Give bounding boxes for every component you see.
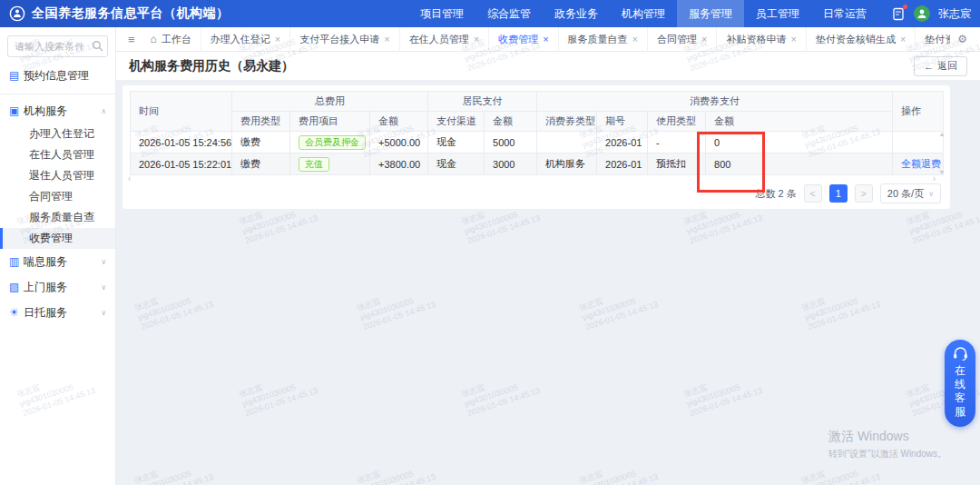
scroll-left-icon[interactable]: ‹: [128, 174, 131, 183]
avatar[interactable]: [914, 5, 930, 22]
file-icon: ▣: [9, 104, 24, 117]
page-size-select[interactable]: 20 条/页 ∨: [880, 183, 941, 203]
tab[interactable]: 补贴资格申请×: [717, 27, 806, 52]
tab[interactable]: 支付平台接入申请×: [290, 27, 399, 52]
tab[interactable]: 垫付资金核销生成×: [807, 27, 916, 52]
tab[interactable]: 垫付资金报销申请×: [916, 27, 950, 52]
search-icon[interactable]: [92, 40, 103, 52]
sun-icon: ☀: [9, 306, 24, 319]
main-area: ≡ ⌂工作台办理入住登记×支付平台接入申请×在住人员管理×收费管理×服务质量自查…: [116, 27, 980, 485]
sidebar-group-header[interactable]: ▣机构服务∧: [0, 98, 115, 124]
sidebar-item[interactable]: 合同管理: [0, 186, 115, 207]
scroll-right-icon[interactable]: ›: [933, 174, 936, 183]
col-use-type: 使用类型: [648, 112, 706, 132]
windows-activation-title: 激活 Windows: [828, 429, 946, 445]
close-icon[interactable]: ×: [790, 34, 796, 45]
notification-icon[interactable]: [891, 6, 906, 21]
sidebar-group-header[interactable]: ▧上门服务∨: [0, 274, 115, 300]
sidebar-group-header[interactable]: ▤预约信息管理: [0, 63, 115, 88]
app-title: 全国养老服务信息平台（机构端）: [32, 5, 230, 22]
group-resident-pay: 居民支付: [428, 92, 537, 112]
sidebar-group-header[interactable]: ☀日托服务∨: [0, 300, 115, 325]
sidebar-item[interactable]: 服务质量自查: [0, 207, 115, 228]
sidebar-group: ☀日托服务∨: [0, 300, 115, 325]
tab[interactable]: 办理入住登记×: [201, 27, 290, 52]
tab-label: 办理入住登记: [211, 33, 270, 46]
sidebar-item[interactable]: 办理入住登记: [0, 124, 115, 144]
cell-voucher-amount: 800: [706, 153, 893, 175]
pagination: 总数 2 条 < 1 > 20 条/页 ∨: [130, 183, 943, 203]
close-icon[interactable]: ×: [632, 34, 638, 45]
tab-settings-gear-icon[interactable]: ⚙: [950, 33, 975, 45]
cell-fee-type: 缴费: [232, 153, 290, 175]
topnav-item[interactable]: 机构管理: [610, 0, 677, 27]
tab-home[interactable]: ⌂工作台: [142, 27, 201, 52]
cell-use-type: 预抵扣: [648, 153, 706, 175]
sidebar-group-label: 日托服务: [24, 305, 67, 321]
table-row: 2026-01-05 15:24:56缴费会员费及押金+5000.00现金500…: [131, 132, 944, 153]
cell-pay-channel: 现金: [428, 132, 485, 153]
pagination-total: 总数 2 条: [756, 187, 797, 201]
close-icon[interactable]: ×: [543, 34, 548, 45]
topnav-item[interactable]: 项目管理: [408, 0, 475, 27]
table-row: 2026-01-05 15:22:01缴费充值+3800.00现金3000机构服…: [131, 153, 944, 175]
topnav-right: 张志宸: [891, 5, 971, 22]
topnav-item[interactable]: 政务业务: [543, 0, 610, 27]
topnav-item[interactable]: 日常运营: [811, 0, 878, 27]
windows-activation-note: 激活 Windows 转到“设置”以激活 Windows。: [828, 429, 946, 460]
cell-pay-channel: 现金: [428, 153, 485, 175]
tab-label: 合同管理: [657, 33, 697, 46]
sidebar-item[interactable]: 收费管理: [0, 228, 115, 249]
close-icon[interactable]: ×: [701, 34, 707, 45]
topnav-item[interactable]: 员工管理: [744, 0, 811, 27]
collapse-menu-icon[interactable]: ≡: [122, 33, 142, 46]
home-icon: ⌂: [151, 33, 157, 45]
chevron-down-icon: ∨: [928, 190, 934, 198]
close-icon[interactable]: ×: [474, 34, 479, 45]
cell-voucher-type: 机构服务: [537, 153, 597, 175]
next-page-button[interactable]: >: [855, 184, 873, 203]
close-icon[interactable]: ×: [275, 34, 280, 45]
prev-page-button[interactable]: <: [804, 184, 822, 203]
page-title: 机构服务费用历史（易永建）: [129, 58, 294, 74]
tab[interactable]: 在住人员管理×: [400, 27, 489, 52]
cell-action: [893, 132, 944, 153]
scroll-down-icon[interactable]: ▼: [937, 169, 946, 176]
tabbar-tabs: ⌂工作台办理入住登记×支付平台接入申请×在住人员管理×收费管理×服务质量自查×合…: [142, 27, 951, 52]
sidebar: ▤预约信息管理▣机构服务∧办理入住登记在住人员管理退住人员管理合同管理服务质量自…: [0, 27, 116, 485]
refund-link[interactable]: 全额退费: [901, 158, 941, 169]
col-voucher-amount: 金额: [706, 112, 893, 132]
tab-label: 垫付资金报销申请: [925, 33, 950, 46]
tab[interactable]: 合同管理×: [648, 27, 717, 52]
current-page-button[interactable]: 1: [829, 184, 848, 203]
sidebar-group-label: 上门服务: [24, 280, 67, 295]
fee-item-badge: 会员费及押金: [299, 135, 366, 150]
monitor-icon: ▥: [9, 255, 24, 268]
sidebar-group-header[interactable]: ▥喘息服务∨: [0, 249, 115, 274]
sidebar-item[interactable]: 在住人员管理: [0, 144, 115, 165]
col-voucher-type: 消费券类型: [537, 112, 597, 132]
back-button[interactable]: ← 返回: [914, 56, 967, 76]
tab-label: 在住人员管理: [409, 33, 469, 46]
close-icon[interactable]: ×: [384, 34, 389, 45]
group-total-fee: 总费用: [232, 92, 428, 112]
cell-voucher-type: [537, 132, 597, 153]
tab[interactable]: 服务质量自查×: [559, 27, 648, 52]
cell-fee-item: 充值: [290, 153, 370, 175]
sidebar-group: ▥喘息服务∨: [0, 249, 115, 274]
tab[interactable]: 收费管理×: [489, 27, 558, 52]
user-name[interactable]: 张志宸: [938, 6, 971, 22]
topnav-item[interactable]: 综合监管: [475, 0, 543, 27]
cell-use-type: -: [648, 132, 706, 153]
sidebar-group-label: 喘息服务: [24, 254, 67, 270]
online-service-button[interactable]: 在线客服: [945, 340, 975, 427]
col-time: 时间: [131, 92, 232, 132]
page-size-value: 20 条/页: [887, 187, 924, 201]
topnav-items: 项目管理综合监管政务业务机构管理服务管理员工管理日常运营: [408, 0, 878, 27]
sidebar-item[interactable]: 退住人员管理: [0, 165, 115, 186]
cell-fee-item: 会员费及押金: [290, 132, 370, 153]
scroll-up-icon[interactable]: ▲: [937, 131, 946, 138]
topnav-item[interactable]: 服务管理: [677, 0, 744, 27]
close-icon[interactable]: ×: [900, 34, 906, 45]
cell-amount: +3800.00: [370, 153, 428, 175]
